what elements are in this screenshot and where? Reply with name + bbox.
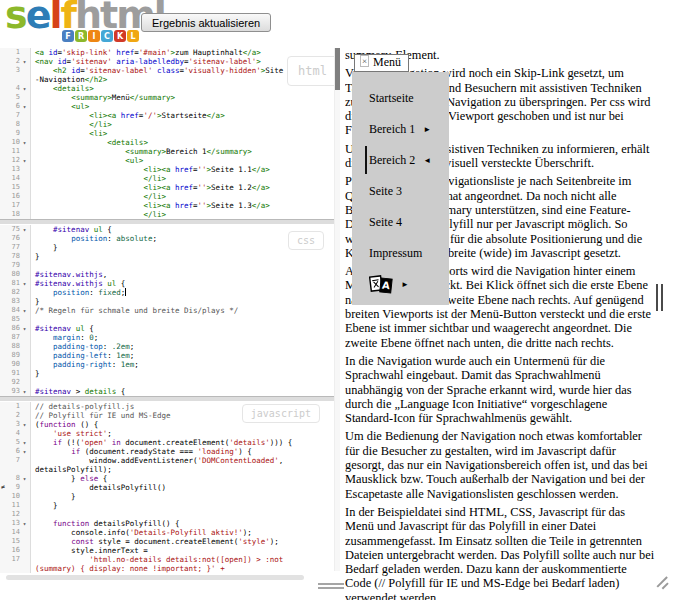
line-gutter[interactable]: 8 bbox=[0, 120, 31, 129]
code-text[interactable]: padding-right: 1em; bbox=[31, 360, 340, 369]
line-gutter[interactable]: 78 bbox=[0, 252, 31, 261]
code-line[interactable]: 80#sitenav.withjs, bbox=[0, 270, 340, 279]
code-line[interactable]: 15 const style = document.createElement(… bbox=[0, 537, 340, 546]
line-gutter[interactable] bbox=[0, 564, 31, 573]
fold-arrow-icon[interactable]: ▾ bbox=[20, 474, 29, 483]
menu-item-language[interactable]: A► bbox=[352, 269, 449, 300]
code-line[interactable]: 77 } bbox=[0, 243, 340, 252]
code-text[interactable]: const style = document.createElement('st… bbox=[31, 537, 340, 546]
line-gutter[interactable]: 16 bbox=[0, 546, 31, 555]
code-line[interactable]: 5 <summary>Menü</summary> bbox=[0, 93, 340, 102]
code-line[interactable]: 15 <li><a href=''>Seite 1.2</a> bbox=[0, 183, 340, 192]
code-text[interactable]: padding-left: 1em; bbox=[31, 351, 340, 360]
code-text[interactable]: <ul> bbox=[31, 102, 340, 111]
code-text[interactable]: (function () { bbox=[31, 420, 340, 429]
fold-arrow-icon[interactable]: ▾ bbox=[20, 306, 29, 315]
line-gutter[interactable]: 8▾ bbox=[0, 474, 31, 483]
line-gutter[interactable]: 85 bbox=[0, 315, 31, 324]
code-line[interactable]: 11 <summary>Bereich 1</summary> bbox=[0, 147, 340, 156]
code-text[interactable]: <details> bbox=[31, 138, 340, 147]
code-text[interactable]: if (!('open' in document.createElement('… bbox=[31, 438, 340, 447]
code-line[interactable]: 14 </li> bbox=[0, 174, 340, 183]
code-line[interactable]: 92 bbox=[0, 378, 340, 387]
line-gutter[interactable]: 10▾ bbox=[0, 138, 31, 147]
fold-arrow-icon[interactable]: ▾ bbox=[20, 279, 29, 288]
code-line[interactable]: 2// Polyfill für IE und MS-Edge bbox=[0, 411, 340, 420]
code-line[interactable]: 4▾ <details> bbox=[0, 84, 340, 93]
fold-arrow-icon[interactable]: ▾ bbox=[20, 225, 29, 234]
code-text[interactable]: function detailsPolyfill() { bbox=[31, 519, 340, 528]
code-text[interactable]: detailsPolyfill() bbox=[31, 483, 340, 492]
code-text[interactable]: (summary) { display: none !important; }'… bbox=[31, 564, 340, 573]
code-text[interactable]: <li><a href='/'>Startseite</a> bbox=[31, 111, 340, 120]
code-text[interactable]: style.innerText = bbox=[31, 546, 340, 555]
code-text[interactable]: detailsPolyfill); bbox=[31, 465, 340, 474]
code-line[interactable]: 18 </li> bbox=[0, 210, 340, 219]
code-line[interactable]: 79 bbox=[0, 261, 340, 270]
fold-arrow-icon[interactable]: ▾ bbox=[20, 156, 29, 165]
code-text[interactable]: <summary>Menü</summary> bbox=[31, 93, 340, 102]
code-line[interactable]: 75▾ #sitenav ul { bbox=[0, 225, 340, 234]
code-text[interactable]: } bbox=[31, 252, 340, 261]
code-line[interactable]: 8▾ } else { bbox=[0, 474, 340, 483]
code-line[interactable]: 88 padding-top: .2em; bbox=[0, 342, 340, 351]
fold-arrow-icon[interactable]: ▾ bbox=[20, 438, 29, 447]
code-line[interactable]: ≠9 detailsPolyfill() bbox=[0, 483, 340, 492]
menu-item-startseite[interactable]: Startseite bbox=[352, 83, 449, 114]
code-text[interactable]: <nav id='sitenav' aria-labelledby='siten… bbox=[31, 57, 340, 66]
code-line[interactable]: 16 </li> bbox=[0, 192, 340, 201]
code-line[interactable]: 6▾ if (document.readyState === 'loading'… bbox=[0, 447, 340, 456]
code-text[interactable]: position: fixed; bbox=[31, 288, 340, 297]
line-gutter[interactable]: 14 bbox=[0, 528, 31, 537]
code-line[interactable]: 82 position: fixed; bbox=[0, 288, 340, 297]
code-text[interactable]: } else { bbox=[31, 474, 340, 483]
line-gutter[interactable]: 75▾ bbox=[0, 225, 31, 234]
code-line[interactable]: 1// details-polyfill.js bbox=[0, 402, 340, 411]
line-gutter[interactable]: 3▾ bbox=[0, 420, 31, 429]
line-gutter[interactable]: 5▾ bbox=[0, 438, 31, 447]
line-gutter[interactable]: 17 bbox=[0, 201, 31, 210]
code-line[interactable]: 9 <li> bbox=[0, 129, 340, 138]
line-gutter[interactable]: 7 bbox=[0, 111, 31, 120]
line-gutter[interactable]: 11 bbox=[0, 501, 31, 510]
line-gutter[interactable]: 1 bbox=[0, 48, 31, 57]
line-gutter[interactable]: 90 bbox=[0, 360, 31, 369]
code-line[interactable]: 12▾ <ul> bbox=[0, 156, 340, 165]
code-text[interactable]: if (document.readyState === 'loading') { bbox=[31, 447, 340, 456]
code-editor[interactable]: html1<a id='skip-link' href='#main'>zum … bbox=[0, 48, 340, 573]
code-line[interactable]: 87 margin: 0; bbox=[0, 333, 340, 342]
code-line[interactable]: 17 <li><a href=''>Seite 1.3</a> bbox=[0, 201, 340, 210]
code-line[interactable]: 3▾(function () { bbox=[0, 420, 340, 429]
code-line[interactable]: 86▾#sitenav ul { bbox=[0, 324, 340, 333]
code-line[interactable]: 13▾ function detailsPolyfill() { bbox=[0, 519, 340, 528]
code-text[interactable]: console.info('Details-Polyfill aktiv!'); bbox=[31, 528, 340, 537]
code-line[interactable]: 10▾ <details> bbox=[0, 138, 340, 147]
code-text[interactable]: } bbox=[31, 501, 340, 510]
fold-arrow-icon[interactable]: ▾ bbox=[20, 102, 29, 111]
line-gutter[interactable]: 12 bbox=[0, 510, 31, 519]
code-line[interactable]: 14 console.info('Details-Polyfill aktiv!… bbox=[0, 528, 340, 537]
close-icon[interactable]: × bbox=[360, 55, 369, 67]
line-gutter[interactable]: 16 bbox=[0, 192, 31, 201]
menu-item-bereich-1[interactable]: Bereich 1► bbox=[352, 114, 449, 145]
line-gutter[interactable]: 2 bbox=[0, 411, 31, 420]
line-gutter[interactable]: 87 bbox=[0, 333, 31, 342]
line-gutter[interactable] bbox=[0, 75, 31, 84]
code-text[interactable]: 'use strict'; bbox=[31, 429, 340, 438]
line-gutter[interactable]: 6▾ bbox=[0, 102, 31, 111]
code-line[interactable]: (summary) { display: none !important; }'… bbox=[0, 564, 340, 573]
code-text[interactable]: #sitenav > details { bbox=[31, 387, 340, 396]
code-line[interactable]: 13 <li><a href=''>Seite 1.1</a> bbox=[0, 165, 340, 174]
line-gutter[interactable]: 88 bbox=[0, 342, 31, 351]
code-text[interactable]: <h2 id='sitenav-label' class='visually-h… bbox=[31, 66, 340, 75]
code-text[interactable]: <summary>Bereich 1</summary> bbox=[31, 147, 340, 156]
fold-arrow-icon[interactable]: ▾ bbox=[20, 447, 29, 456]
line-gutter[interactable]: 80 bbox=[0, 270, 31, 279]
line-gutter[interactable]: 9 bbox=[0, 129, 31, 138]
line-gutter[interactable]: 12▾ bbox=[0, 156, 31, 165]
code-text[interactable]: #sitenav ul { bbox=[31, 225, 340, 234]
code-line[interactable]: 6▾ <ul> bbox=[0, 102, 340, 111]
line-gutter[interactable]: 79 bbox=[0, 261, 31, 270]
fold-arrow-icon[interactable]: ▾ bbox=[20, 138, 29, 147]
code-line[interactable]: 4 'use strict'; bbox=[0, 429, 340, 438]
